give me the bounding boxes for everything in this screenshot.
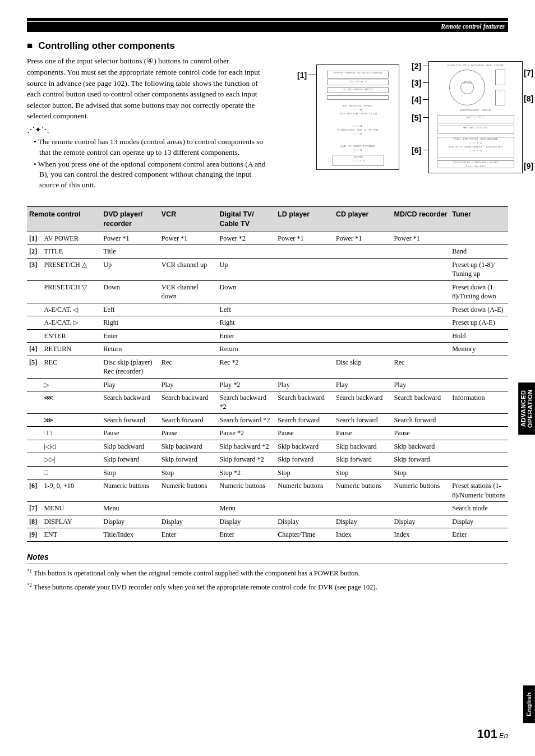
table-cell xyxy=(159,329,218,342)
bullet-1: The remote control has 13 modes (control… xyxy=(34,137,268,158)
note-1: *1 This button is operational only when … xyxy=(27,568,508,578)
table-cell: Pause xyxy=(334,427,392,440)
row-remote-control: ⨅⨅ xyxy=(41,427,101,440)
table-cell: Stop xyxy=(334,466,392,479)
table-cell: Search forward xyxy=(275,413,334,426)
table-cell xyxy=(392,316,450,329)
table-cell: Preset down (A-E) xyxy=(450,303,508,316)
th-remote-control: Remote control xyxy=(27,207,101,232)
row-remote-control: MENU xyxy=(41,502,101,515)
row-remote-control: ⋘ xyxy=(41,391,101,414)
table-cell: Search backward xyxy=(334,391,392,414)
table-cell: Left xyxy=(101,303,159,316)
row-index xyxy=(27,391,41,414)
table-cell xyxy=(334,245,392,258)
table-cell: Pause xyxy=(392,427,450,440)
table-cell xyxy=(275,316,334,329)
row-index: [8] xyxy=(27,515,41,528)
table-cell xyxy=(334,316,392,329)
row-remote-control: PRESET/CH ▽ xyxy=(41,280,101,303)
table-row: A-E/CAT. ◁LeftLeftPreset down (A-E) xyxy=(27,303,508,316)
table-cell: Index xyxy=(392,528,450,541)
table-cell: Search backward xyxy=(392,391,450,414)
side-tab-advanced-operation: ADVANCED OPERATION xyxy=(518,382,535,435)
table-cell: Power *1 xyxy=(334,232,392,245)
table-cell: Stop *2 xyxy=(218,466,276,479)
table-cell: Search forward xyxy=(392,413,450,426)
table-cell: Skip forward xyxy=(392,453,450,466)
remote-diagrams: POWER · POWER · STANDBY · POWER TV · AV … xyxy=(282,61,508,185)
table-row: [4]RETURNReturnReturnMemory xyxy=(27,343,508,356)
table-cell: Display xyxy=(334,515,392,528)
table-cell: Enter xyxy=(101,329,159,342)
table-cell xyxy=(159,303,218,316)
table-cell: Enter xyxy=(159,528,218,541)
table-cell xyxy=(392,329,450,342)
th-cd: CD player xyxy=(334,207,392,232)
table-cell: Pause xyxy=(275,427,334,440)
row-remote-control: DISPLAY xyxy=(41,515,101,528)
row-index: [5] xyxy=(27,356,41,378)
table-cell: Right xyxy=(101,316,159,329)
table-cell: Play xyxy=(159,378,218,391)
th-vcr: VCR xyxy=(159,207,218,232)
table-cell: Numeric buttons xyxy=(101,480,159,502)
table-row: [8]DISPLAYDisplayDisplayDisplayDisplayDi… xyxy=(27,515,508,528)
table-cell: Preset stations (1-8)/Numeric buttons xyxy=(450,480,508,502)
table-cell: Return xyxy=(101,343,159,356)
table-header-row: Remote control DVD player/ recorder VCR … xyxy=(27,207,508,232)
table-cell: VCR channel up xyxy=(159,258,218,280)
table-cell: Disc skip xyxy=(334,356,392,378)
table-cell: Power *1 xyxy=(101,232,159,245)
table-cell: Search forward xyxy=(101,413,159,426)
table-cell: Search backward *2 xyxy=(218,391,276,414)
row-index xyxy=(27,466,41,479)
callout-9: [9] xyxy=(524,161,533,172)
table-cell xyxy=(450,232,508,245)
side-tab-line2: OPERATION xyxy=(527,389,533,428)
section-heading: ■Controlling other components xyxy=(27,40,508,53)
table-cell: Preset up (1-8)/ Tuning up xyxy=(450,258,508,280)
row-remote-control: REC xyxy=(41,356,101,378)
row-remote-control: RETURN xyxy=(41,343,101,356)
table-cell: Search mode xyxy=(450,502,508,515)
table-cell: Display xyxy=(450,515,508,528)
table-row: |◁◁Skip backwardSkip backwardSkip backwa… xyxy=(27,440,508,453)
table-cell: Stop xyxy=(159,466,218,479)
note-2-text: These buttons operate your DVD recorder … xyxy=(34,583,377,591)
table-cell: Power *1 xyxy=(275,232,334,245)
table-cell: Information xyxy=(450,391,508,414)
row-index: [1] xyxy=(27,232,41,245)
table-cell: Hold xyxy=(450,329,508,342)
notes-heading: Notes xyxy=(27,552,508,564)
table-cell: Chapter/Time xyxy=(275,528,334,541)
table-cell: Skip backward xyxy=(334,440,392,453)
table-cell: Rec xyxy=(159,356,218,378)
row-index xyxy=(27,329,41,342)
table-row: [7]MENUMenuMenuSearch mode xyxy=(27,502,508,515)
table-cell: Pause *2 xyxy=(218,427,276,440)
table-cell: Enter xyxy=(218,528,276,541)
table-cell: Left xyxy=(218,303,276,316)
table-cell xyxy=(275,303,334,316)
callout-4: [4] xyxy=(412,95,421,105)
table-cell: Search forward xyxy=(159,413,218,426)
table-cell: Enter xyxy=(218,329,276,342)
table-cell: Skip backward xyxy=(159,440,218,453)
row-index xyxy=(27,316,41,329)
table-cell: Numeric buttons xyxy=(275,480,334,502)
row-remote-control: TITLE xyxy=(41,245,101,258)
table-cell: Display xyxy=(218,515,276,528)
row-index: [2] xyxy=(27,245,41,258)
table-cell: Play xyxy=(101,378,159,391)
table-cell xyxy=(450,413,508,426)
table-cell: Memory xyxy=(450,343,508,356)
table-cell xyxy=(275,280,334,303)
table-cell: Search backward xyxy=(275,391,334,414)
remote-diagram-right: BAND LEVEL · TITLE · SRCH MODE · MENU · … xyxy=(428,61,523,173)
table-cell xyxy=(334,258,392,280)
side-tab-line1: ADVANCED xyxy=(520,390,527,427)
row-remote-control: AV POWER xyxy=(41,232,101,245)
table-cell: Display xyxy=(392,515,450,528)
table-cell xyxy=(334,303,392,316)
